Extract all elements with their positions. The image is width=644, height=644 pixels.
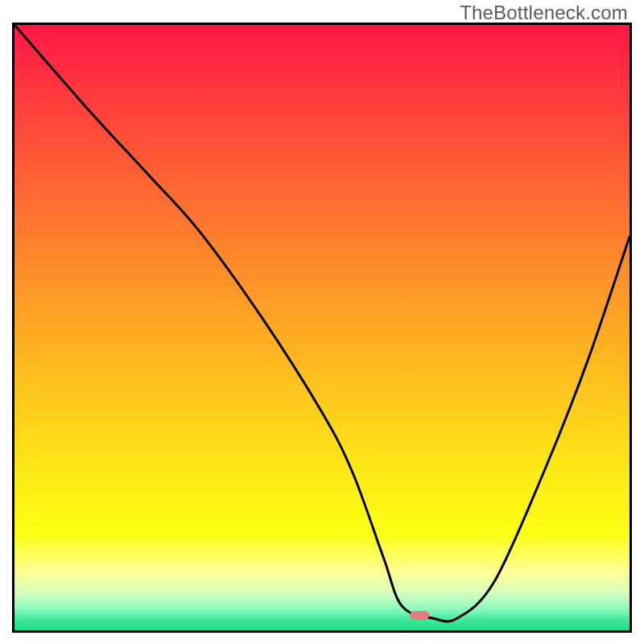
watermark-text: TheBottleneck.com (460, 2, 628, 24)
plot-area (12, 23, 632, 633)
chart-frame: TheBottleneck.com (0, 0, 644, 644)
bottleneck-curve (14, 25, 630, 630)
optimal-point-marker (410, 611, 429, 620)
